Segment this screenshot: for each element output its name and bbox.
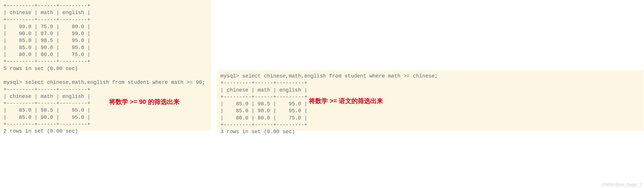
- table-header: | chinese | math | english |: [220, 87, 307, 93]
- table-row: | 85.0 | 98.5 | 95.0 |: [3, 107, 90, 113]
- table-border: +---------+------+---------+: [220, 80, 307, 86]
- table-border: +---------+------+---------+: [3, 3, 90, 9]
- result-summary: 2 rows in set (0.00 sec): [3, 128, 78, 134]
- table-border: +---------+------+---------+: [3, 121, 90, 127]
- table-row: | 85.0 | 98.5 | 95.0 |: [220, 101, 307, 107]
- terminal-output-right: mysql> select chinese,math,english from …: [217, 70, 644, 131]
- table-header: | chinese | math | english |: [3, 94, 90, 99]
- annotation-right: 将数学 >= 语文的筛选出来: [309, 97, 383, 105]
- table-border: +---------+------+---------+: [3, 17, 90, 23]
- table-row: | 85.0 | 90.0 | 95.0 |: [3, 45, 90, 51]
- table-border: +---------+------+---------+: [220, 122, 307, 128]
- annotation-left: 将数学 >= 90 的筛选出来: [109, 98, 180, 106]
- table-row: | 99.0 | 75.0 | 80.0 |: [3, 24, 90, 30]
- watermark: CSDN @Ice_Sugar_7: [602, 182, 642, 187]
- sql-query: mysql> select chinese,math,english from …: [3, 80, 205, 85]
- table-row: | 85.0 | 98.5 | 95.0 |: [3, 38, 90, 43]
- table-row: | 80.0 | 80.0 | 75.0 |: [220, 115, 307, 121]
- table-header: | chinese | math | english |: [3, 10, 90, 15]
- sql-query: mysql> select chinese,math,english from …: [220, 73, 438, 79]
- table-row: | 85.0 | 90.0 | 95.0 |: [220, 108, 307, 114]
- table-border: +---------+------+---------+: [3, 87, 90, 92]
- table-border: +---------+------+---------+: [220, 94, 307, 100]
- table-row: | 85.0 | 90.0 | 95.0 |: [3, 115, 90, 120]
- table-row: | 90.0 | 87.0 | 99.0 |: [3, 31, 90, 36]
- table-row: | 80.0 | 80.0 | 75.0 |: [3, 52, 90, 57]
- result-summary: 3 rows in set (0.00 sec): [220, 129, 295, 135]
- result-summary: 5 rows in set (0.00 sec): [3, 66, 78, 71]
- terminal-output-left: +---------+------+---------+ | chinese |…: [0, 0, 211, 131]
- table-border: +---------+------+---------+: [3, 100, 90, 106]
- table-border: +---------+------+---------+: [3, 59, 90, 64]
